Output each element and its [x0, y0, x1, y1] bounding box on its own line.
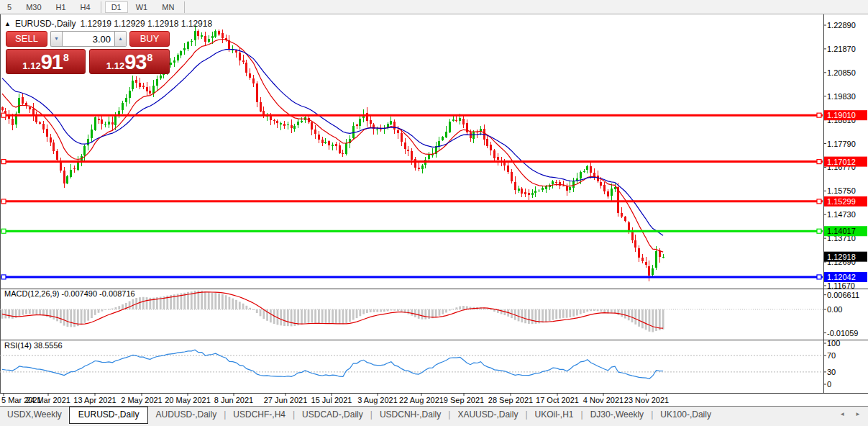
svg-text:1.20850: 1.20850: [827, 68, 856, 77]
symbol-tab-dj30-weekly[interactable]: DJ30-,Weekly: [583, 407, 651, 422]
sell-button[interactable]: SELL: [6, 31, 47, 47]
svg-text:1.17790: 1.17790: [827, 140, 856, 148]
symbol-tab-audusd-daily[interactable]: AUDUSD-,Daily: [148, 407, 224, 422]
svg-text:-0.01059: -0.01059: [827, 329, 858, 337]
symbol-tab-usdchf-h4[interactable]: USDCHF-,H4: [226, 407, 293, 422]
timeframe-toolbar: 5M30H1H4D1W1MN: [0, 0, 868, 14]
buy-price-pip: 8: [147, 52, 152, 63]
line-handle[interactable]: [817, 229, 821, 233]
svg-text:70: 70: [827, 351, 836, 360]
svg-text:22 Aug 2021: 22 Aug 2021: [399, 396, 444, 404]
svg-text:27 Jun 2021: 27 Jun 2021: [264, 396, 308, 404]
svg-text:1.22890: 1.22890: [827, 21, 856, 30]
svg-text:9 Sep 2021: 9 Sep 2021: [444, 396, 484, 404]
svg-text:20 May 2021: 20 May 2021: [165, 396, 211, 404]
macd-label: MACD(12,26,9) -0.007490 -0.008716: [4, 289, 135, 298]
volume-decrease-button[interactable]: ▼: [50, 31, 62, 47]
triangle-up-icon: ▲: [118, 36, 123, 41]
volume-increase-button[interactable]: ▲: [115, 31, 127, 47]
timeframe-button-h1[interactable]: H1: [50, 1, 73, 13]
sell-price-big: 91: [41, 50, 63, 73]
buy-price-prefix: 1.12: [106, 60, 124, 71]
symbol-tab-ukoil-h1[interactable]: UKOil-,H1: [528, 407, 581, 422]
svg-text:1.15299: 1.15299: [827, 197, 856, 206]
tab-scroll-right-icon[interactable]: ►: [855, 411, 861, 417]
svg-text:3 Aug 2021: 3 Aug 2021: [357, 396, 398, 404]
svg-text:1.12918: 1.12918: [827, 253, 856, 261]
svg-text:8 Jun 2021: 8 Jun 2021: [214, 396, 253, 404]
timeframe-button-mn[interactable]: MN: [155, 1, 181, 13]
line-handle[interactable]: [1, 275, 6, 279]
symbol-tab-usdcnh-daily[interactable]: USDCNH-,Daily: [373, 407, 448, 422]
svg-text:100: 100: [827, 339, 840, 348]
collapse-triangle-icon[interactable]: ▲: [4, 20, 11, 27]
line-handle[interactable]: [1, 199, 6, 204]
line-handle[interactable]: [817, 113, 821, 117]
svg-text:1.21870: 1.21870: [827, 45, 856, 53]
volume-input[interactable]: [62, 31, 115, 47]
svg-text:0: 0: [827, 380, 831, 389]
toolbar-separator: [184, 1, 185, 13]
symbol-tab-eurusd-daily[interactable]: EURUSD-,Daily: [69, 407, 149, 424]
tab-scroll-left-icon[interactable]: ◄: [839, 411, 845, 417]
buy-price-display[interactable]: 1.12938: [89, 49, 170, 74]
svg-text:1.11670: 1.11670: [827, 281, 855, 290]
line-handle[interactable]: [1, 160, 6, 164]
line-handle[interactable]: [817, 160, 821, 164]
svg-text:30: 30: [827, 368, 836, 376]
rsi-label: RSI(14) 38.5556: [4, 341, 63, 350]
toolbar-separator: [101, 1, 101, 13]
symbol-tab-xauusd-daily[interactable]: XAUUSD-,Daily: [450, 407, 525, 422]
svg-text:0.00: 0.00: [827, 305, 842, 314]
tab-scroll-arrows: ◄►: [839, 411, 861, 417]
sell-price-display[interactable]: 1.12918: [6, 49, 86, 74]
symbol-tab-bar: USDX,WeeklyEURUSD-,DailyAUDUSD-,Daily|US…: [0, 406, 868, 426]
symbol-tab-usdcad-daily[interactable]: USDCAD-,Daily: [295, 407, 370, 422]
svg-text:1.17012: 1.17012: [827, 158, 856, 166]
chart-symbol-label: EURUSD-,Daily: [15, 19, 76, 29]
svg-text:1.19830: 1.19830: [827, 92, 856, 101]
svg-text:2 May 2021: 2 May 2021: [121, 396, 162, 404]
terminal-window: 5M30H1H4D1W1MN 1.228901.218701.208501.19…: [0, 0, 868, 426]
buy-price-big: 93: [124, 50, 146, 73]
symbol-tab-uk100-daily[interactable]: UK100-,Daily: [653, 407, 718, 422]
svg-text:13 Apr 2021: 13 Apr 2021: [73, 396, 116, 404]
sell-price-prefix: 1.12: [22, 60, 40, 71]
svg-text:23 Nov 2021: 23 Nov 2021: [624, 396, 669, 404]
symbol-tab-usdx-weekly[interactable]: USDX,Weekly: [0, 407, 69, 422]
svg-text:1.15750: 1.15750: [827, 186, 856, 195]
timeframe-button-w1[interactable]: W1: [129, 1, 155, 13]
timeframe-button-m30[interactable]: M30: [19, 1, 47, 13]
svg-text:0.006611: 0.006611: [827, 291, 859, 299]
chart-region[interactable]: 1.228901.218701.208501.198301.188101.177…: [0, 14, 868, 406]
svg-text:1.19010: 1.19010: [827, 111, 856, 119]
svg-text:15 Jul 2021: 15 Jul 2021: [311, 396, 352, 404]
chart-title-bar: ▲ EURUSD-,Daily 1.12919 1.12929 1.12918 …: [4, 19, 212, 29]
svg-text:17 Oct 2021: 17 Oct 2021: [536, 396, 579, 404]
line-handle[interactable]: [1, 229, 6, 233]
svg-text:1.14730: 1.14730: [827, 210, 856, 219]
line-handle[interactable]: [1, 113, 6, 117]
trade-panel-price-row: 1.12918 1.12938: [6, 49, 170, 74]
buy-button[interactable]: BUY: [129, 31, 170, 47]
line-handle[interactable]: [817, 275, 821, 279]
svg-text:28 Sep 2021: 28 Sep 2021: [488, 396, 533, 404]
svg-text:1.12042: 1.12042: [827, 273, 856, 281]
sell-price-pip: 8: [63, 52, 69, 63]
chart-quotes-label: 1.12919 1.12929 1.12918 1.12918: [81, 19, 213, 29]
svg-text:24 Mar 2021: 24 Mar 2021: [26, 396, 70, 404]
timeframe-button-5[interactable]: 5: [1, 1, 18, 13]
svg-text:1.14017: 1.14017: [827, 227, 856, 235]
triangle-down-icon: ▼: [54, 36, 59, 41]
one-click-trade-panel: SELL ▼ ▲ BUY 1.12918 1.12938: [6, 31, 170, 74]
timeframe-button-h4[interactable]: H4: [74, 1, 97, 13]
svg-text:4 Nov 2021: 4 Nov 2021: [583, 396, 623, 404]
timeframe-button-d1[interactable]: D1: [105, 1, 128, 13]
trade-panel-top-row: SELL ▼ ▲ BUY: [6, 31, 170, 47]
line-handle[interactable]: [817, 199, 821, 204]
